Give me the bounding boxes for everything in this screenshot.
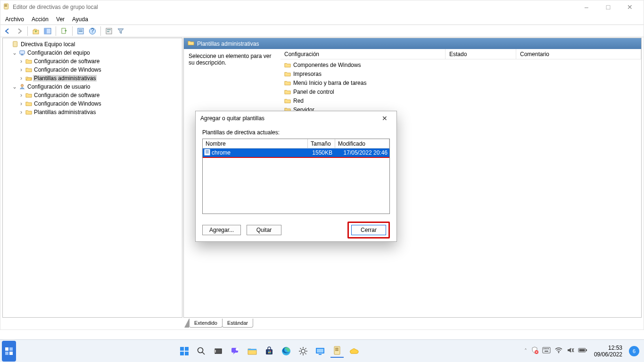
col-name[interactable]: Nombre <box>203 139 308 148</box>
menu-ayuda[interactable]: Ayuda <box>72 16 88 23</box>
navigation-tree[interactable]: Directiva Equipo local ⌄ Configuración d… <box>2 38 182 318</box>
store-button[interactable] <box>263 345 276 358</box>
gpedit-button[interactable] <box>330 345 344 358</box>
maximize-button[interactable]: □ <box>597 3 619 11</box>
collapse-icon[interactable]: ⌄ <box>11 83 18 90</box>
dialog-titlebar[interactable]: Agregar o quitar plantillas ✕ <box>196 111 396 125</box>
expand-icon[interactable]: › <box>18 100 25 107</box>
column-comentario[interactable]: Comentario <box>516 49 641 59</box>
menu-accion[interactable]: Acción <box>32 16 49 23</box>
col-modified[interactable]: Modificado <box>335 139 389 148</box>
close-button[interactable]: ✕ <box>619 3 641 11</box>
list-item[interactable]: Panel de control <box>281 87 641 96</box>
explorer-button[interactable] <box>246 345 259 358</box>
tree-root[interactable]: Directiva Equipo local <box>4 40 181 49</box>
column-estado[interactable]: Estado <box>446 49 516 59</box>
column-configuracion[interactable]: Configuración <box>281 49 446 59</box>
security-icon[interactable] <box>531 346 538 355</box>
tree-usuario[interactable]: ⌄ Configuración de usuario <box>4 82 181 91</box>
show-hide-tree-button[interactable] <box>42 26 53 36</box>
back-button[interactable] <box>2 26 13 36</box>
close-icon[interactable]: ✕ <box>378 115 392 122</box>
window-titlebar[interactable]: Editor de directivas de grupo local – □ … <box>0 0 644 14</box>
mstsc-button[interactable] <box>314 345 327 358</box>
panel-title: Plantillas administrativas <box>197 41 259 47</box>
svg-rect-18 <box>21 55 23 56</box>
volume-icon[interactable] <box>567 347 574 355</box>
list-item[interactable]: Menú Inicio y barra de tareas <box>281 78 641 87</box>
tree-equipo[interactable]: ⌄ Configuración del equipo <box>4 49 181 57</box>
svg-rect-21 <box>206 150 209 151</box>
help-button[interactable]: ? <box>87 26 98 36</box>
expand-icon[interactable]: › <box>18 92 25 99</box>
menu-ver[interactable]: Ver <box>56 16 65 23</box>
start-button[interactable] <box>178 345 191 358</box>
list-item[interactable]: Componentes de Windows <box>281 60 641 69</box>
battery-icon[interactable] <box>578 347 587 354</box>
widgets-button[interactable] <box>2 341 16 362</box>
add-button[interactable]: Agregar... <box>202 225 241 235</box>
taskbar[interactable]: ˄ 12:53 09/06/2022 6 <box>0 339 644 362</box>
svg-rect-15 <box>107 31 109 32</box>
col-size[interactable]: Tamaño <box>308 139 335 148</box>
collapse-icon[interactable]: ⌄ <box>11 49 18 56</box>
filter-button[interactable] <box>116 26 126 36</box>
tree-us-windows[interactable]: › Configuración de Windows <box>4 99 181 108</box>
svg-point-32 <box>198 347 203 353</box>
remove-button[interactable]: Quitar <box>247 225 281 235</box>
filter-options-button[interactable] <box>104 26 114 36</box>
list-item[interactable]: Red <box>281 96 641 105</box>
svg-rect-43 <box>270 352 271 354</box>
close-button-highlight: Cerrar <box>347 222 390 239</box>
svg-rect-40 <box>268 351 270 352</box>
svg-rect-25 <box>9 347 13 351</box>
wifi-icon[interactable] <box>554 347 563 355</box>
svg-line-33 <box>202 352 205 354</box>
list-item[interactable]: Impresoras <box>281 69 641 78</box>
folder-icon <box>25 109 33 115</box>
expand-icon[interactable]: › <box>18 109 25 115</box>
dialog-body: Plantillas de directiva actuales: Nombre… <box>196 125 396 243</box>
window-title: Editor de directivas de grupo local <box>13 4 98 10</box>
onedrive-button[interactable] <box>347 345 361 358</box>
edge-button[interactable] <box>280 345 293 358</box>
svg-rect-68 <box>548 348 549 349</box>
search-button[interactable] <box>195 345 208 358</box>
close-button[interactable]: Cerrar <box>351 225 386 235</box>
export-button[interactable] <box>59 26 69 36</box>
add-remove-templates-dialog: Agregar o quitar plantillas ✕ Plantillas… <box>195 111 397 242</box>
notifications-badge[interactable]: 6 <box>629 346 639 356</box>
taskview-button[interactable] <box>212 345 225 358</box>
minimize-button[interactable]: – <box>576 3 597 11</box>
expand-icon[interactable]: › <box>18 75 25 82</box>
tree-us-admin-templates[interactable]: › Plantillas administrativas <box>4 108 181 116</box>
tree-eq-software[interactable]: › Configuración de software <box>4 57 181 66</box>
svg-rect-24 <box>5 347 8 351</box>
chevron-up-icon[interactable]: ˄ <box>524 348 527 354</box>
tab-standard[interactable]: Estándar <box>222 319 253 328</box>
svg-rect-28 <box>180 347 184 351</box>
svg-rect-1 <box>5 4 7 5</box>
settings-button[interactable] <box>297 345 310 358</box>
tree-eq-windows[interactable]: › Configuración de Windows <box>4 66 181 74</box>
svg-rect-27 <box>9 352 13 355</box>
templates-list[interactable]: Nombre Tamaño Modificado chrome 1550KB 1… <box>202 139 390 214</box>
expand-icon[interactable]: › <box>18 66 25 73</box>
menu-archivo[interactable]: Archivo <box>5 16 24 23</box>
chat-button[interactable] <box>229 345 242 358</box>
folder-icon <box>25 58 33 64</box>
template-row-chrome[interactable]: chrome 1550KB 17/05/2022 20:46 <box>203 148 389 157</box>
tree-eq-admin-templates[interactable]: › Plantillas administrativas <box>4 74 181 82</box>
system-tray[interactable]: ˄ 12:53 09/06/2022 6 <box>520 345 644 358</box>
folder-icon <box>284 89 291 95</box>
properties-button[interactable] <box>75 26 86 36</box>
up-button[interactable] <box>31 26 41 36</box>
svg-rect-56 <box>319 354 322 355</box>
clock[interactable]: 12:53 09/06/2022 <box>591 345 625 358</box>
tree-us-software[interactable]: › Configuración de software <box>4 91 181 99</box>
keyboard-language-icon[interactable] <box>542 347 551 355</box>
forward-button[interactable] <box>14 26 25 36</box>
user-icon <box>18 83 26 90</box>
tab-extended[interactable]: Extendido <box>189 319 223 328</box>
expand-icon[interactable]: › <box>18 58 25 65</box>
